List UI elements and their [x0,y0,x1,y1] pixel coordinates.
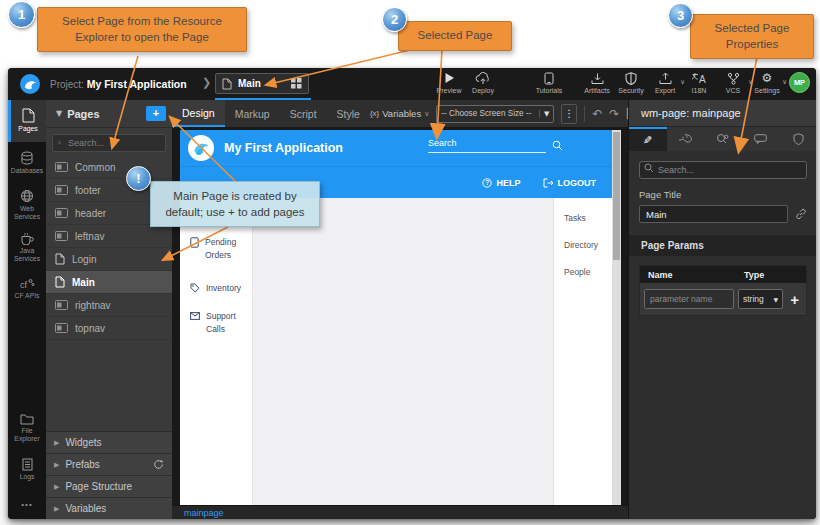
page-item-label: topnav [75,323,105,334]
section-page-structure[interactable]: ▶ Page Structure [46,475,172,497]
log-file-icon [22,458,33,471]
param-name-input[interactable] [644,289,734,309]
logout-label: LOGOUT [558,178,597,188]
rail-item-file-explorer[interactable]: File Explorer [8,407,46,449]
tab-security[interactable] [779,127,816,151]
page-item-login[interactable]: Login [46,248,172,271]
shield-icon [625,72,637,85]
step-number-text: 3 [677,8,684,23]
rail-item-cf-apis[interactable]: cf CF APIs [8,268,46,310]
rail-item-databases[interactable]: Databases [8,142,46,184]
properties-search-input[interactable] [639,161,807,179]
grid-icon[interactable] [291,78,302,89]
nav-item-inventory[interactable]: Inventory [190,282,246,295]
properties-search[interactable] [639,159,807,177]
pages-search[interactable] [52,134,166,152]
tab-design[interactable]: Design [172,100,225,127]
left-rail: Pages Databases Web Services Java Servic… [8,100,46,519]
canvas-search-field[interactable]: Search [428,138,546,153]
tab-style[interactable]: Style [327,100,370,127]
scrollbar-thumb[interactable] [613,132,620,260]
pages-search-input[interactable] [66,137,160,149]
open-page-tab[interactable]: Main [215,73,309,94]
tab-script[interactable]: Script [280,100,327,127]
rail-label: Databases [11,167,44,175]
kebab-menu[interactable]: ⋮ [561,104,577,124]
section-widgets[interactable]: ▶ Widgets [46,431,172,453]
pages-panel-header[interactable]: ▼ Pages + [46,100,172,128]
rail-item-more[interactable]: ••• [8,491,46,519]
upload-tray-icon [659,72,672,85]
list-item-directory[interactable]: Directory [564,240,598,250]
nav-label: Support Calls [206,310,246,336]
list-item-tasks[interactable]: Tasks [564,213,586,223]
param-type-select[interactable]: string ▼ [738,289,783,309]
redo-button[interactable]: ↷ [609,108,619,120]
svg-text:?: ? [486,179,490,186]
list-item-people[interactable]: People [564,267,590,277]
canvas-app-title: My First Application [224,141,343,155]
page-item-label: rightnav [75,300,111,311]
export-button[interactable]: Export ∨ [648,71,682,94]
topbar-center-actions: Preview Deploy Tutorials [432,71,566,94]
help-icon: ? [482,178,492,188]
page-item-topnav[interactable]: topnav [46,317,172,340]
editor-toolbar: Design Markup Script Style {x} Variables… [172,100,628,128]
settings-button[interactable]: ⚙ Settings ∨ [750,71,784,94]
caret-down-icon: ▼ [774,296,779,303]
variables-menu[interactable]: {x} Variables ∨ [370,108,429,119]
nav-label: Pending Orders [205,236,246,262]
tab-markup[interactable]: Markup [225,100,280,127]
page-params-table: Name Type string ▼ + [639,265,807,316]
tab-events[interactable] [742,127,780,151]
preview-button[interactable]: Preview [432,71,466,94]
note-text: Main Page is created by default; use + t… [165,190,304,218]
page-item-rightnav[interactable]: rightnav [46,294,172,317]
active-page-status[interactable]: mainpage [184,508,224,518]
tutorials-button[interactable]: Tutorials [532,71,566,94]
rail-item-pages[interactable]: Pages [8,100,46,142]
tab-properties[interactable]: ✎ [629,127,667,151]
pencil-icon: ✎ [643,134,652,147]
section-variables[interactable]: ▶ Variables [46,497,172,519]
rail-item-logs[interactable]: Logs [8,449,46,491]
security-button[interactable]: Security [614,71,648,94]
column-header-type: Type [744,270,806,280]
i18n-button[interactable]: A I18N [682,71,716,94]
message-icon [754,134,767,144]
tab-styles[interactable] [667,127,705,151]
page-title-input[interactable] [639,205,788,223]
partial-icon [55,231,68,241]
add-page-button[interactable]: + [146,106,166,121]
rail-item-web-services[interactable]: Web Services [8,184,46,226]
user-avatar[interactable]: MP [789,72,810,93]
nav-item-pending-orders[interactable]: Pending Orders [190,236,246,262]
deploy-label: Deploy [472,87,494,94]
screen-size-select[interactable]: -- Choose Screen Size -- ▼ [436,105,554,123]
page-item-main[interactable]: Main [46,271,172,294]
artifacts-button[interactable]: Artifacts [580,71,614,94]
help-link[interactable]: ? HELP [482,178,520,188]
step-number-3: 3 [668,3,693,28]
step-number-1: 1 [8,1,35,28]
page-item-leftnav[interactable]: leftnav [46,225,172,248]
rail-item-java-services[interactable]: Java Services [8,226,46,268]
undo-button[interactable]: ↶ [592,108,602,120]
callout-step1: Select Page from the Resource Explorer t… [37,7,247,52]
chevron-down-icon[interactable]: ∨ [782,78,787,86]
canvas-scrollbar[interactable] [612,130,621,505]
page-item-common[interactable]: Common [46,156,172,179]
logout-link[interactable]: LOGOUT [543,178,597,188]
refresh-icon[interactable] [153,459,164,470]
settings-label: Settings [754,87,779,94]
search-icon[interactable] [552,140,563,151]
section-prefabs[interactable]: ▶ Prefabs [46,453,172,475]
link-icon[interactable] [795,208,807,220]
add-param-button[interactable]: + [787,292,802,307]
deploy-button[interactable]: Deploy [466,71,500,94]
top-bar: Project: My First Application ❯ Main Pre… [8,68,816,101]
tab-advanced[interactable] [704,127,742,151]
nav-item-support-calls[interactable]: Support Calls [190,310,246,336]
vcs-button[interactable]: VCS ∨ [716,71,750,94]
document-icon [190,237,199,248]
